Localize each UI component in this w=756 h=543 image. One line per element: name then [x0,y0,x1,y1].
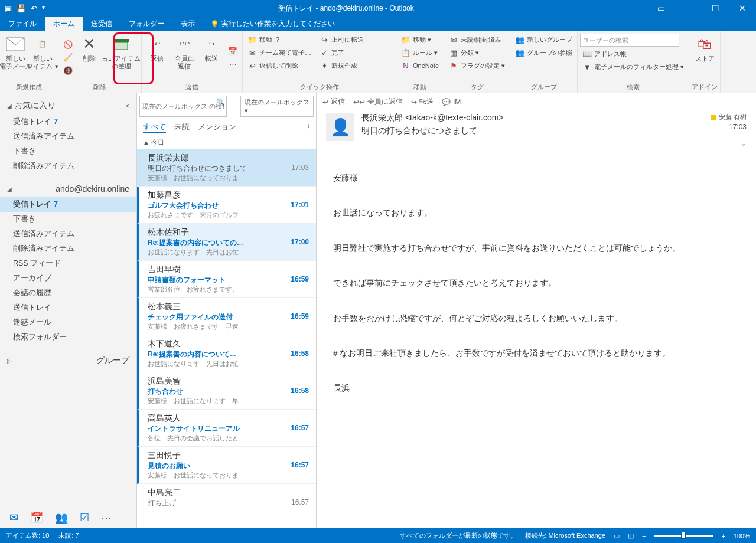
archive-icon [112,35,131,54]
ignore-icon: 🚫 [63,40,73,50]
message-item[interactable]: 木下道久Re:提案書の内容について...お世話になります 先日はお忙16:58 [137,335,316,372]
nav-people-icon[interactable]: 👥 [55,511,68,524]
new-item-button[interactable]: 📋新しい アイテム ▾ [30,34,56,81]
ignore-button[interactable]: 🚫 [61,39,75,51]
nav-item[interactable]: 迷惑メール [0,315,136,330]
nav-mail-icon[interactable]: ✉ [9,511,18,524]
filter-mention[interactable]: メンション [198,122,236,133]
rules-button[interactable]: 📋ルール ▾ [399,47,441,58]
mailbox-search[interactable] [139,96,227,117]
tab-sendrecv[interactable]: 送受信 [83,17,120,31]
filter-all[interactable]: すべて [143,122,166,133]
message-item[interactable]: 長浜栄太郎明日の打ち合わせにつきまして安藤様 お世話になっておりま17:03 [137,149,316,187]
categorize-button[interactable]: ▦分類 ▾ [447,47,507,58]
folder-icon: 📁 [401,35,410,44]
reply-button[interactable]: ↩返信 [144,34,170,81]
message-item[interactable]: 高島英人イントラサイトリニューアル各位 先日の会議でお話したと16:57 [137,410,316,447]
flag-button[interactable]: ⚑フラグの設定 ▾ [447,60,507,71]
nav-item[interactable]: アーカイブ [0,271,136,286]
nav-tasks-icon[interactable]: ☑ [80,511,89,524]
search-scope[interactable]: 現在のメールボックス ▾ [240,96,314,117]
nav-item[interactable]: 下書き [0,144,136,159]
expand-header-icon[interactable]: ⌄ [711,139,747,148]
nav-favorites-header[interactable]: ◢ お気に入り< [0,97,136,115]
message-item[interactable]: 三田悦子見積のお願い安藤様 お世話になっておりま16:57 [137,447,316,484]
sort-button[interactable]: ↓ [307,122,310,133]
filter-button[interactable]: ▼電子メールのフィルター処理 ▾ [580,61,686,73]
msg-time: 16:57 [291,424,309,432]
zoom-level: 100% [734,532,750,539]
search-icon[interactable]: 🔍 [216,98,225,119]
msg-preview: 安藤様 お世話になっておりま [148,174,309,182]
nav-item[interactable]: RSS フィード [0,256,136,271]
nav-groups-header[interactable]: ▷ グループ [0,352,136,369]
tab-view[interactable]: 表示 [172,17,203,31]
meeting-button[interactable]: 📅 [226,45,240,57]
store-button[interactable]: 🛍ストア [692,34,718,81]
filter-unread[interactable]: 未読 [174,122,190,133]
tab-folder[interactable]: フォルダー [120,17,172,31]
message-item[interactable]: 浜島美智打ち合わせ安藤様 お世話になります 早16:58 [137,372,316,410]
qs-done[interactable]: ✓完了 [317,47,382,58]
delete-button[interactable]: ✕削除 [76,34,102,81]
message-item[interactable]: 中島亮二打ち上げ16:57 [137,484,316,512]
new-group-button[interactable]: 👥新しいグループ [513,34,575,45]
unread-button[interactable]: ✉未読/開封済み [447,34,507,45]
message-item[interactable]: 加藤昌彦ゴルフ大会打ち合わせお疲れさまです 来月のゴルフ17:01 [137,187,316,224]
message-item[interactable]: 松本義三チェック用ファイルの送付安藤様 お疲れさまです 早速16:59 [137,298,316,335]
nav-more-icon[interactable]: ⋯ [101,511,112,524]
nav-item[interactable]: 削除済みアイテム [0,241,136,256]
onenote-button[interactable]: NOneNote [399,60,441,71]
action-im[interactable]: 💬IM [442,97,461,107]
zoom-out-button[interactable]: − [642,532,646,539]
more-reply-button[interactable]: ⋯ [226,58,240,70]
move-button[interactable]: 📁移動 ▾ [399,34,441,45]
view-normal-icon[interactable]: ▭ [614,532,620,539]
view-reading-icon[interactable]: ◫ [628,532,634,539]
qat-save-icon[interactable]: 💾 [17,4,26,13]
people-search[interactable]: ユーザーの検索 [580,34,679,47]
browse-group-button[interactable]: 👥グループの参照 [513,47,575,58]
tab-file[interactable]: ファイル [0,17,45,31]
qat-undo-icon[interactable]: ↶ [31,4,37,13]
qs-team[interactable]: ✉チーム宛て電子… [245,47,316,58]
zoom-in-button[interactable]: + [721,532,725,539]
action-reply[interactable]: ↩返信 [322,97,345,107]
new-mail-button[interactable]: 新しい 電子メール [2,34,28,81]
nav-item[interactable]: 送信済みアイテム [0,129,136,144]
qs-new[interactable]: ✦新規作成 [317,60,382,71]
nav-item[interactable]: 会話の履歴 [0,286,136,300]
nav-item[interactable]: 受信トレイ7 [0,197,136,212]
reading-category[interactable]: 安藤 有樹 [711,113,747,122]
minimize-button[interactable]: — [674,0,702,17]
junk-button[interactable]: 🚯 [61,65,75,77]
addressbook-button[interactable]: 📖アドレス帳 [580,48,686,60]
nav-item[interactable]: 送信済みアイテム [0,227,136,241]
forward-button[interactable]: ↪転送 [198,34,224,81]
group-new: 新規作成 [2,81,56,93]
tab-home[interactable]: ホーム [45,17,83,31]
cleanup-button[interactable]: 🧹 [61,52,75,64]
nav-item[interactable]: 削除済みアイテム [0,159,136,174]
message-item[interactable]: 吉田早樹申請書類のフォーマット営業部各位 お疲れさまです。16:59 [137,261,316,298]
message-item[interactable]: 松木佐和子Re:提案書の内容についての...お世話になります 先日はお忙17:0… [137,224,316,261]
nav-item[interactable]: 下書き [0,212,136,227]
zoom-slider[interactable] [654,535,713,537]
nav-item[interactable]: 検索フォルダー [0,330,136,345]
tell-me[interactable]: 💡実行したい作業を入力してください [203,17,335,31]
nav-item[interactable]: 受信トレイ7 [0,115,136,129]
action-reply-all[interactable]: ↩↩全員に返信 [353,97,403,107]
archive-button[interactable]: 古いアイテム の整理 [103,34,139,81]
nav-item[interactable]: 送信トレイ [0,300,136,315]
reply-all-button[interactable]: ↩↩全員に 返信 [171,34,197,81]
qs-boss[interactable]: ↪上司に転送 [317,34,382,45]
action-forward[interactable]: ↪転送 [411,97,434,107]
nav-account-header[interactable]: ◢ ando@dekiru.online [0,181,136,197]
qs-replydel[interactable]: ↩返信して削除 [245,60,316,71]
close-button[interactable]: ✕ [729,0,756,17]
date-header[interactable]: ▲ 今日 [137,136,316,149]
qs-move[interactable]: 📁移動: ? [245,34,316,45]
nav-calendar-icon[interactable]: 📅 [30,511,43,524]
ribbon-options-icon[interactable]: ▭ [647,0,674,17]
maximize-button[interactable]: ☐ [702,0,729,17]
